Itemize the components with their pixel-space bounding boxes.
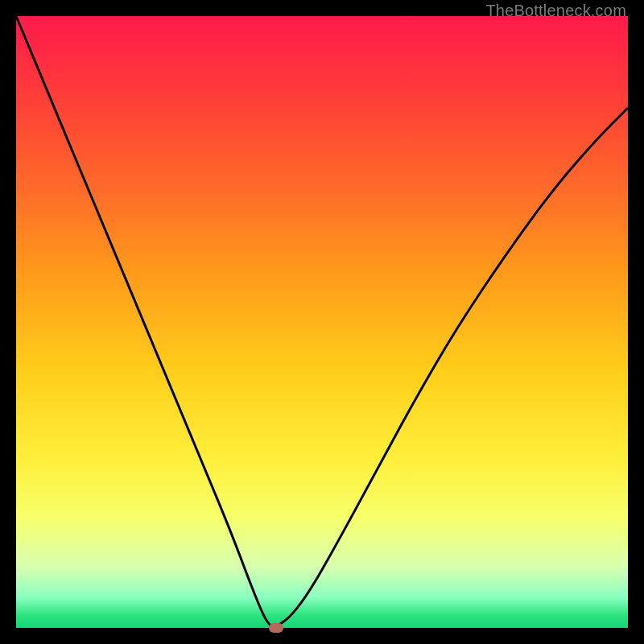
bottleneck-curve [16, 16, 628, 628]
minimum-marker [269, 623, 283, 633]
plot-area [16, 16, 628, 628]
chart-container: TheBottleneck.com [0, 0, 644, 644]
curve-path [16, 16, 628, 627]
